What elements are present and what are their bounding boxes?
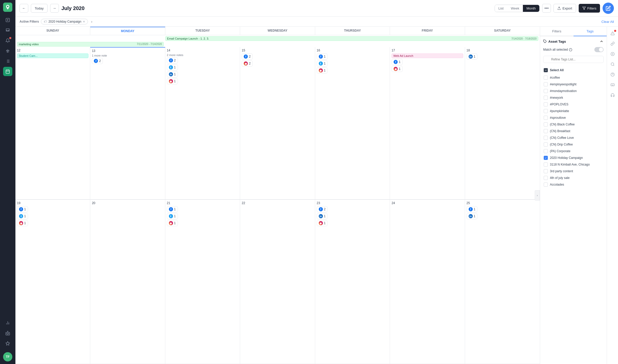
tag-item[interactable]: #pumpkinlatte [543,108,604,114]
sidebar-icon-bot[interactable] [3,329,12,338]
tag-item[interactable]: (CN) Breakfast [543,128,604,134]
tag-checkbox[interactable] [544,116,548,120]
tag-checkbox[interactable] [544,76,548,80]
tag-item[interactable]: #mondaymotivation [543,88,604,94]
ig-pill-tue21[interactable]: ◉ 1 [167,220,178,226]
sidebar-icon-notifications[interactable] [3,36,12,45]
fb-pill-thu16[interactable]: f 1 [317,53,328,60]
ig-pill-fri17[interactable]: ◉ 1 [392,66,403,72]
tag-checkbox[interactable] [544,156,548,160]
tag-checkbox[interactable] [544,136,548,140]
tag-checkbox[interactable] [544,169,548,173]
tag-item[interactable]: (CN) Black Coffee [543,121,604,128]
email-campaign-span-event[interactable]: Email Campaign Launch - 1. 2. 3. 7/14/20… [165,36,540,41]
sidebar-icon-list[interactable] [3,57,12,66]
select-all-row[interactable]: − Select All [543,67,604,73]
tag-item[interactable]: #POPLOVES [543,101,604,108]
tag-item[interactable]: (PA) Corporate [543,148,604,154]
clear-all-button[interactable]: Clear All [602,20,614,24]
tag-checkbox[interactable] [544,162,548,167]
tag-item[interactable]: 3118 N Kimball Ave, Chicago [543,161,604,168]
user-avatar[interactable]: TF [3,352,12,361]
sidebar-icon-compose[interactable] [3,15,12,25]
tag-checkbox[interactable] [544,176,548,180]
sidebar-icon-pin[interactable] [3,46,12,56]
tw-pill-thu16[interactable]: 𝕥 1 [317,60,328,67]
li-pill-thu23[interactable]: in 1 [317,213,328,219]
tag-checkbox[interactable] [544,149,548,153]
far-right-link-icon[interactable] [608,39,617,48]
tag-checkbox[interactable] [544,109,548,113]
tw-pill-sun19[interactable]: 𝕥 1 [17,213,28,219]
li-pill-sat18[interactable]: in 1 [467,53,478,60]
tag-item[interactable]: #newyork [543,94,604,101]
fb-pill-tue14[interactable]: f 2 [167,57,178,63]
tab-tags[interactable]: Tags [574,27,607,36]
note-more-mon13[interactable]: 1 more note [92,54,163,57]
list-view-button[interactable]: List [495,5,507,12]
fb-pill-wed15[interactable]: f 2 [242,53,253,60]
tag-item[interactable]: 3rd party content [543,168,604,175]
next-nav-button[interactable]: → [50,4,59,13]
student-cam-event[interactable]: Student Cam... [17,53,88,58]
tag-checkbox[interactable] [544,96,548,100]
far-right-add-icon[interactable] [608,49,617,59]
marketing-video-span[interactable]: marketing video 7/11/2020 - 7/14/2020 [15,42,165,47]
tag-checkbox[interactable] [544,129,548,133]
ig-pill-thu16[interactable]: ◉ 1 [317,67,328,74]
tab-filters[interactable]: Filters [540,27,574,36]
export-button[interactable]: Export [553,4,576,13]
fb-pill-fri17[interactable]: f 1 [392,59,403,65]
filters-button[interactable]: Filters [579,4,600,13]
collapse-section-icon[interactable] [599,39,604,43]
tag-checkbox[interactable] [544,82,548,86]
sidebar-icon-star[interactable] [3,339,12,348]
prev-nav-button[interactable]: ← [20,4,28,13]
today-button[interactable]: Today [31,4,48,13]
marketing-video-pill[interactable]: marketing video 7/11/2020 - 7/14/2020 [17,42,164,47]
fb-pill-sat25[interactable]: f 1 [467,206,478,212]
tag-item[interactable]: (CN) Drip Coffee [543,141,604,148]
more-options-button[interactable]: ••• [542,4,551,13]
li-pill-tue14[interactable]: in 1 [167,71,178,77]
match-all-toggle[interactable] [594,47,604,52]
fb-pill-tue21[interactable]: f 1 [167,206,178,212]
tag-item[interactable]: 4th of july sale [543,175,604,181]
week-view-button[interactable]: Week [507,5,523,12]
sidebar-icon-calendar[interactable] [3,67,12,76]
sidebar-icon-analytics[interactable] [3,318,12,327]
ig-pill-sun19[interactable]: ◉ 1 [17,220,28,226]
month-view-button[interactable]: Month [523,5,539,12]
tag-checkbox[interactable] [544,102,548,106]
fb-pill-thu23[interactable]: f 2 [317,206,328,212]
ig-pill-wed15[interactable]: ◉ 2 [242,60,253,67]
far-right-alert-icon[interactable] [608,29,617,38]
collapse-panel-button[interactable]: › [535,190,540,201]
tag-checkbox[interactable] [544,183,548,187]
fb-pill-sun19[interactable]: f 1 [17,206,28,212]
far-right-keyboard-icon[interactable] [608,80,617,89]
far-right-search-icon[interactable] [608,60,617,69]
app-logo[interactable] [3,3,12,12]
fb-pill-mon13[interactable]: f 2 [92,58,103,64]
tag-item[interactable]: #coffee [543,74,604,81]
tag-checkbox[interactable] [544,142,548,147]
far-right-help-icon[interactable] [608,70,617,79]
far-right-headset-icon[interactable] [608,90,617,100]
tag-item[interactable]: (CN) Coffee Love [543,134,604,141]
tag-item[interactable]: #sproutlove [543,114,604,121]
tw-pill-tue21[interactable]: 𝕥 1 [167,213,178,219]
email-campaign-pill[interactable]: Email Campaign Launch - 1. 2. 3. 7/14/20… [165,36,538,41]
compose-fab-button[interactable] [603,3,614,14]
search-tags-input[interactable] [543,56,604,63]
ig-pill-thu23[interactable]: ◉ 1 [317,220,328,226]
tw-pill-tue14[interactable]: 𝕥 1 [167,64,178,70]
tag-item[interactable]: #employeespotlight [543,81,604,88]
tag-item[interactable]: 2020 Holiday Campaign [543,154,604,161]
filter-tag-holiday[interactable]: 🏷 2020 Holiday Campaign ✕ [41,19,88,24]
note-more-tue14[interactable]: 2 more notes [167,53,238,57]
web-ad-launch-event[interactable]: Web Ad Launch [392,53,463,58]
li-pill-sat25[interactable]: in 1 [467,213,478,219]
ig-pill-tue14[interactable]: ◉ 1 [167,78,178,84]
expand-filters-icon[interactable]: › [91,20,92,24]
